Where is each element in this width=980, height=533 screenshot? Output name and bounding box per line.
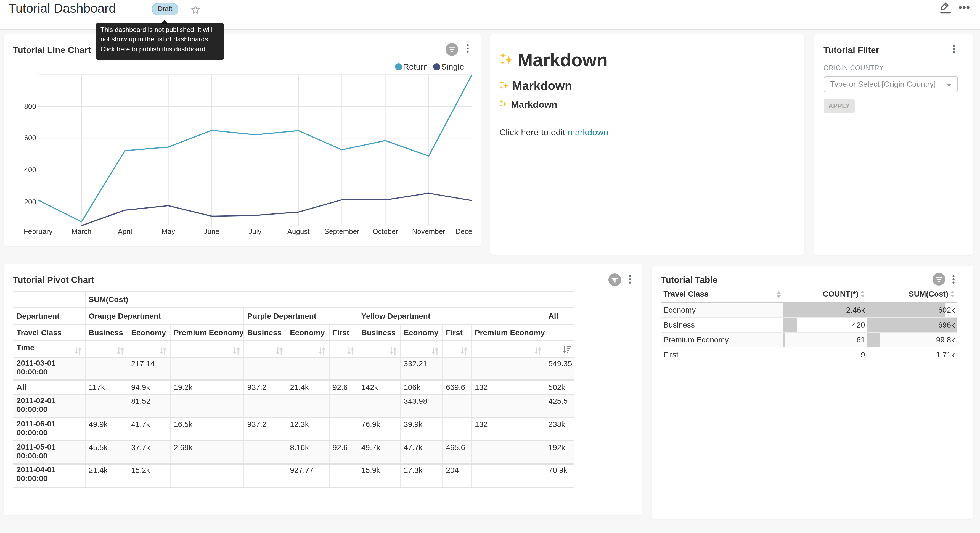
svg-text:December: December	[455, 227, 473, 235]
svg-text:October: October	[372, 227, 398, 235]
svg-text:February: February	[24, 227, 52, 235]
svg-text:800: 800	[24, 102, 36, 110]
svg-text:June: June	[204, 227, 220, 235]
svg-text:May: May	[161, 227, 175, 235]
svg-text:July: July	[249, 227, 261, 235]
svg-text:April: April	[118, 227, 132, 235]
svg-text:September: September	[325, 227, 360, 235]
svg-text:November: November	[412, 227, 445, 235]
svg-text:August: August	[287, 227, 310, 235]
svg-text:600: 600	[24, 133, 36, 142]
svg-text:March: March	[72, 227, 91, 235]
svg-text:400: 400	[24, 166, 36, 174]
svg-text:200: 200	[24, 198, 36, 206]
